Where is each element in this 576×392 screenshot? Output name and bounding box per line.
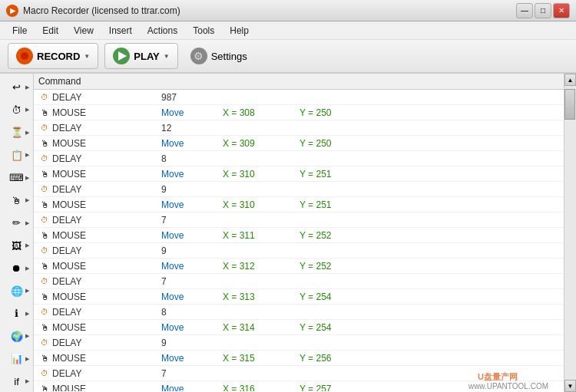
menu-item-file[interactable]: File: [5, 23, 35, 38]
title-bar: ▶ Macro Recorder (licensed to ttrar.com)…: [0, 0, 576, 21]
cmd-type: MOUSE: [52, 261, 86, 272]
scroll-track[interactable]: [564, 86, 576, 380]
mouse-icon: 🖱: [38, 199, 51, 211]
table-row[interactable]: 🖱MOUSEMoveX = 311Y = 252: [34, 228, 564, 243]
sidebar-tool-edit[interactable]: ✏▶: [3, 212, 31, 234]
cmd-x: X = 314: [223, 322, 300, 333]
arrow-icon: ▶: [25, 197, 29, 203]
table-row[interactable]: 🖱MOUSEMoveX = 313Y = 254: [34, 289, 564, 305]
table-row[interactable]: 🖱MOUSEMoveX = 310Y = 251: [34, 197, 564, 212]
image-icon: 🖼: [12, 240, 22, 252]
table-row[interactable]: 🖱MOUSEMoveX = 308Y = 250: [34, 105, 564, 120]
sidebar-tool-delay[interactable]: ⏱▶: [3, 100, 31, 121]
undo-icon: ↩: [12, 81, 21, 93]
table-row[interactable]: 🖱MOUSEMoveX = 314Y = 254: [34, 320, 564, 335]
sidebar-tool-info[interactable]: ℹ▶: [3, 303, 31, 324]
cmd-value: Move: [161, 138, 223, 149]
cmd-cell: ⏱DELAY: [38, 153, 161, 165]
sidebar-tool-undo[interactable]: ↩▶: [3, 77, 31, 98]
record-dropdown-arrow[interactable]: ▼: [84, 53, 90, 60]
cmd-cell: 🖱MOUSE: [38, 352, 161, 364]
cmd-type: DELAY: [52, 92, 81, 103]
arrow-icon: ▶: [25, 130, 29, 136]
table-header: Command: [34, 74, 564, 90]
cmd-cell: 🖱MOUSE: [38, 383, 161, 392]
cmd-cell: ⏱DELAY: [38, 214, 161, 226]
menu-item-view[interactable]: View: [66, 23, 101, 38]
table-row[interactable]: ⏱DELAY8: [34, 305, 564, 320]
arrow-icon: ▶: [25, 107, 29, 113]
sidebar-tool-keyboard[interactable]: ⌨▶: [3, 167, 31, 189]
col-action: [161, 76, 223, 87]
table-row[interactable]: ⏱DELAY987: [34, 90, 564, 105]
table-row[interactable]: 🖱MOUSEMoveX = 312Y = 252: [34, 259, 564, 274]
cmd-cell: 🖱MOUSE: [38, 321, 161, 334]
table-row[interactable]: 🖱MOUSEMoveX = 310Y = 251: [34, 166, 564, 182]
condition-icon: if: [14, 376, 19, 387]
cmd-value: Move: [161, 230, 223, 241]
cmd-cell: 🖱MOUSE: [38, 260, 161, 272]
right-scrollbar[interactable]: ▲ ▼: [564, 74, 576, 392]
sidebar-tool-condition[interactable]: if▶: [3, 371, 31, 393]
sidebar-tool-mouse-tool[interactable]: 🖱▶: [3, 190, 31, 212]
table-row[interactable]: ⏱DELAY12: [34, 120, 564, 136]
sidebar-tool-data[interactable]: 📊▶: [3, 348, 31, 370]
main-area: ↩▶⏱▶⏳▶📋▶⌨▶🖱▶✏▶🖼▶⏺▶🌐▶ℹ▶🌍▶📊▶if▶ Command ⏱D…: [0, 74, 576, 392]
table-row[interactable]: 🖱MOUSEMoveX = 309Y = 250: [34, 136, 564, 151]
settings-gear-icon: ⚙: [190, 48, 207, 64]
cmd-type: DELAY: [52, 245, 81, 256]
sidebar-tool-image[interactable]: 🖼▶: [3, 236, 31, 257]
cmd-type: DELAY: [52, 368, 81, 379]
cmd-cell: 🖱MOUSE: [38, 199, 161, 211]
sidebar-tool-clipboard[interactable]: 📋▶: [3, 145, 31, 166]
table-row[interactable]: ⏱DELAY9: [34, 335, 564, 351]
cmd-cell: 🖱MOUSE: [38, 291, 161, 303]
table-row[interactable]: ⏱DELAY7: [34, 212, 564, 228]
col-command: Command: [38, 76, 161, 87]
play-button[interactable]: PLAY ▼: [104, 43, 177, 69]
cmd-value: 12: [161, 123, 223, 133]
menu-item-edit[interactable]: Edit: [35, 23, 66, 38]
cmd-x: X = 309: [223, 138, 300, 149]
sidebar-tool-global[interactable]: 🌍▶: [3, 326, 31, 348]
app-icon: ▶: [6, 5, 18, 17]
menu-item-help[interactable]: Help: [222, 23, 257, 38]
cmd-type: MOUSE: [52, 384, 86, 392]
scroll-up-button[interactable]: ▲: [564, 74, 576, 86]
cmd-value: 7: [161, 368, 223, 379]
delay-icon: ⏱: [38, 306, 51, 318]
cmd-x: X = 313: [223, 292, 300, 302]
cmd-x: X = 310: [223, 169, 300, 180]
menu-item-actions[interactable]: Actions: [140, 23, 185, 38]
maximize-button[interactable]: □: [535, 3, 551, 18]
menu-item-tools[interactable]: Tools: [185, 23, 222, 38]
sidebar-tool-record-tool[interactable]: ⏺▶: [3, 258, 31, 279]
table-row[interactable]: ⏱DELAY9: [34, 182, 564, 197]
scroll-down-button[interactable]: ▼: [564, 380, 576, 392]
table-row[interactable]: ⏱DELAY9: [34, 243, 564, 259]
toolbar: RECORD ▼ PLAY ▼ ⚙ Settings: [0, 40, 576, 74]
sidebar-tool-web[interactable]: 🌐▶: [3, 281, 31, 302]
play-dropdown-arrow[interactable]: ▼: [164, 53, 170, 60]
cmd-cell: ⏱DELAY: [38, 275, 161, 288]
cmd-value: 9: [161, 245, 223, 256]
close-button[interactable]: ✕: [553, 3, 570, 18]
delay-icon: ⏱: [38, 245, 51, 257]
record-button[interactable]: RECORD ▼: [8, 43, 98, 69]
cmd-value: Move: [161, 199, 223, 210]
minimize-button[interactable]: —: [516, 3, 533, 18]
record-icon: [16, 48, 33, 64]
table-row[interactable]: ⏱DELAY7: [34, 274, 564, 289]
sidebar-tool-wait[interactable]: ⏳▶: [3, 122, 31, 143]
web-icon: 🌐: [11, 285, 23, 297]
settings-button[interactable]: ⚙ Settings: [184, 44, 253, 68]
cmd-value: Move: [161, 384, 223, 392]
scroll-thumb[interactable]: [564, 89, 575, 120]
mouse-icon: 🖱: [38, 107, 51, 119]
table-row[interactable]: 🖱MOUSEMoveX = 315Y = 256: [34, 351, 564, 366]
table-body[interactable]: ⏱DELAY987🖱MOUSEMoveX = 308Y = 250⏱DELAY1…: [34, 90, 564, 391]
menu-item-insert[interactable]: Insert: [101, 23, 140, 38]
table-row[interactable]: ⏱DELAY8: [34, 151, 564, 166]
cmd-type: MOUSE: [52, 107, 86, 118]
cmd-cell: ⏱DELAY: [38, 245, 161, 257]
